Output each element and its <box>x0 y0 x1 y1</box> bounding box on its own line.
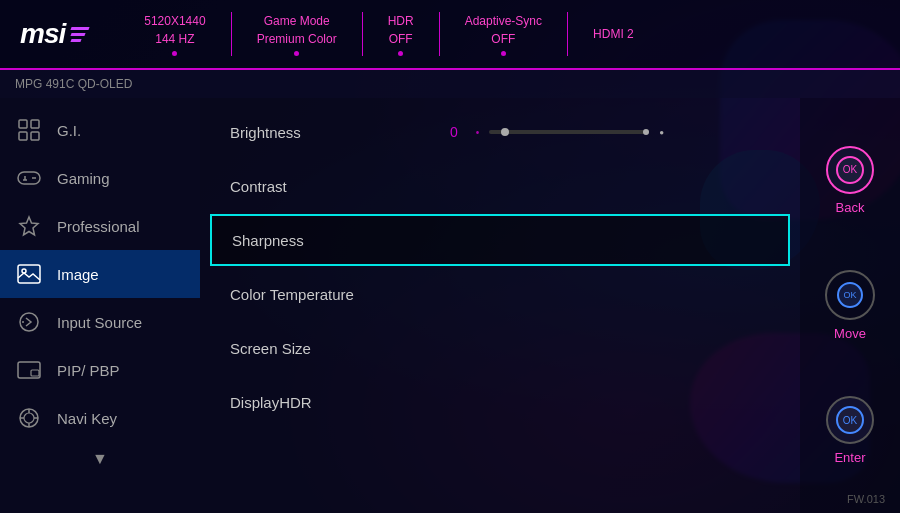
right-controls: OK Back OK Move <box>800 98 900 513</box>
logo-line-3 <box>71 39 82 42</box>
logo-accent-lines <box>71 27 89 42</box>
move-ok-text: OK <box>843 290 856 300</box>
enter-button[interactable]: OK Enter <box>826 396 874 465</box>
svg-rect-4 <box>18 172 40 184</box>
header-hdmi: HDMI 2 <box>568 25 659 43</box>
sidebar-item-pip-pbp[interactable]: PIP/ PBP <box>0 346 200 394</box>
sharpness-row[interactable]: Sharpness <box>210 214 790 266</box>
input-source-label: Input Source <box>57 314 142 331</box>
svg-rect-2 <box>19 132 27 140</box>
back-inner: OK <box>836 156 864 184</box>
displayhdr-row[interactable]: DisplayHDR <box>200 376 800 428</box>
header-adaptive-sync: Adaptive-Sync OFF <box>440 12 568 56</box>
back-button[interactable]: OK Back <box>826 146 874 215</box>
monitor-ui: msi 5120X1440 144 HZ Game Mode Premium C… <box>0 0 900 513</box>
scroll-down-arrow[interactable]: ▼ <box>0 442 200 476</box>
enter-circle: OK <box>826 396 874 444</box>
resolution-text: 5120X1440 144 HZ <box>144 14 205 46</box>
move-circle: OK <box>825 270 875 320</box>
slider-end-dot-icon: ● <box>659 128 664 137</box>
image-label: Image <box>57 266 99 283</box>
svg-rect-3 <box>31 132 39 140</box>
displayhdr-label: DisplayHDR <box>230 394 450 411</box>
svg-marker-10 <box>20 217 38 235</box>
gaming-icon <box>15 164 43 192</box>
logo-line-2 <box>71 33 86 36</box>
header-info: 5120X1440 144 HZ Game Mode Premium Color… <box>119 12 880 56</box>
svg-rect-1 <box>31 120 39 128</box>
sidebar-item-gi[interactable]: G.I. <box>0 106 200 154</box>
brightness-row[interactable]: Brightness 0 • ● <box>200 106 800 158</box>
enter-ok-text: OK <box>843 415 857 426</box>
game-mode-text: Game Mode Premium Color <box>257 14 337 46</box>
color-temperature-row[interactable]: Color Temperature <box>200 268 800 320</box>
contrast-label: Contrast <box>230 178 450 195</box>
adaptive-sync-text: Adaptive-Sync OFF <box>465 14 542 46</box>
settings-panel: Brightness 0 • ● Contrast Sharpness <box>200 98 800 513</box>
image-icon <box>15 260 43 288</box>
brightness-dot: • <box>476 127 480 138</box>
hdr-dot <box>398 51 403 56</box>
svg-point-8 <box>32 177 34 179</box>
slider-end <box>643 129 649 135</box>
professional-icon <box>15 212 43 240</box>
svg-rect-16 <box>31 370 39 376</box>
pip-pbp-label: PIP/ PBP <box>57 362 120 379</box>
model-bar: MPG 491C QD-OLED <box>0 70 900 98</box>
back-circle: OK <box>826 146 874 194</box>
enter-inner: OK <box>836 406 864 434</box>
header-game-mode: Game Mode Premium Color <box>232 12 363 56</box>
arrow-down-icon: ▼ <box>92 450 108 468</box>
svg-rect-0 <box>19 120 27 128</box>
svg-rect-11 <box>18 265 40 283</box>
fw-version: FW.013 <box>847 493 885 505</box>
sidebar-item-gaming[interactable]: Gaming <box>0 154 200 202</box>
msi-logo: msi <box>20 18 89 50</box>
svg-point-9 <box>34 177 36 179</box>
gi-icon <box>15 116 43 144</box>
back-label: Back <box>836 200 865 215</box>
main-content: G.I. Gaming <box>0 98 900 513</box>
move-center: OK <box>837 282 863 308</box>
back-ok-text: OK <box>843 164 857 175</box>
gaming-label: Gaming <box>57 170 110 187</box>
slider-handle <box>501 128 509 136</box>
header-hdr: HDR OFF <box>363 12 440 56</box>
svg-point-18 <box>24 413 34 423</box>
resolution-dot <box>172 51 177 56</box>
sidebar-item-professional[interactable]: Professional <box>0 202 200 250</box>
model-name: MPG 491C QD-OLED <box>15 77 132 91</box>
brightness-label: Brightness <box>230 124 450 141</box>
adaptive-sync-dot <box>501 51 506 56</box>
sidebar-item-navi-key[interactable]: Navi Key <box>0 394 200 442</box>
brightness-control: 0 • ● <box>450 124 664 140</box>
brightness-slider[interactable] <box>489 130 649 134</box>
brightness-value: 0 <box>450 124 458 140</box>
sidebar: G.I. Gaming <box>0 98 200 513</box>
hdr-text: HDR OFF <box>388 14 414 46</box>
move-label: Move <box>834 326 866 341</box>
enter-label: Enter <box>834 450 865 465</box>
contrast-row[interactable]: Contrast <box>200 160 800 212</box>
professional-label: Professional <box>57 218 140 235</box>
logo-line-1 <box>71 27 90 30</box>
header-resolution: 5120X1440 144 HZ <box>119 12 231 56</box>
pip-pbp-icon <box>15 356 43 384</box>
sidebar-item-image[interactable]: Image <box>0 250 200 298</box>
input-source-icon <box>15 308 43 336</box>
navi-key-label: Navi Key <box>57 410 117 427</box>
msi-logo-text: msi <box>20 18 65 50</box>
navi-key-icon <box>15 404 43 432</box>
screen-size-label: Screen Size <box>230 340 450 357</box>
sidebar-item-input-source[interactable]: Input Source <box>0 298 200 346</box>
color-temperature-label: Color Temperature <box>230 286 450 303</box>
screen-size-row[interactable]: Screen Size <box>200 322 800 374</box>
header-bar: msi 5120X1440 144 HZ Game Mode Premium C… <box>0 0 900 70</box>
hdmi-text: HDMI 2 <box>593 27 634 41</box>
sharpness-label: Sharpness <box>232 232 452 249</box>
game-mode-dot <box>294 51 299 56</box>
gi-label: G.I. <box>57 122 81 139</box>
move-button[interactable]: OK Move <box>825 270 875 341</box>
